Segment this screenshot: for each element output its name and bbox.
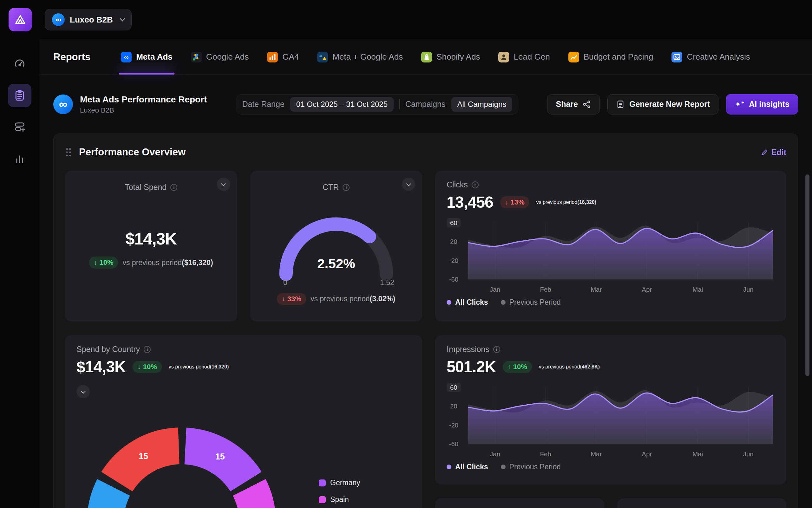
campaigns-value[interactable]: All Campaigns (451, 97, 513, 112)
campaigns-label: Campaigns (405, 99, 445, 109)
delta-badge: ↓10% (132, 361, 162, 373)
legend-item-germany[interactable]: Germany (319, 478, 360, 487)
tab-meta-google-ads[interactable]: ∞Meta + Google Ads (317, 39, 403, 75)
date-range-value[interactable]: 01 Oct 2025 – 31 Oct 2025 (290, 97, 394, 112)
svg-text:∞: ∞ (124, 54, 128, 60)
tab-label: Meta Ads (136, 52, 172, 62)
generate-report-button[interactable]: Generate New Report (607, 94, 719, 115)
tab-label: GA4 (282, 52, 299, 62)
tab-shopify-ads[interactable]: Shopify Ads (421, 39, 480, 75)
donut-legend: GermanySpain (319, 478, 360, 504)
metric-value: $14,3K (125, 229, 177, 248)
page-title: Reports (53, 51, 90, 63)
info-icon[interactable] (170, 184, 177, 191)
scrollbar[interactable] (805, 174, 809, 376)
triangle-logo-icon (14, 13, 27, 26)
card-collapse-button[interactable] (402, 178, 415, 191)
report-header: Meta Ads Performance Report Luxeo B2B Da… (39, 75, 812, 133)
svg-text:Mar: Mar (591, 286, 602, 293)
tab-label: Meta + Google Ads (332, 52, 403, 62)
chevron-down-icon (221, 181, 226, 186)
arrow-down-icon: ↓ (282, 295, 285, 303)
sidebar-item-data-sources[interactable] (8, 116, 31, 139)
tab-lead-gen[interactable]: Lead Gen (498, 39, 550, 75)
chart-legend: All ClicksPrevious Period (447, 463, 775, 471)
card-title: Total Spend (125, 183, 166, 192)
share-button[interactable]: Share (547, 94, 600, 115)
svg-text:∞: ∞ (319, 53, 323, 58)
clicks-card: Clicks 13,456 ↓13% vs previous period(16… (435, 171, 786, 322)
tab-budget-and-pacing[interactable]: Budget and Pacing (568, 39, 653, 75)
card-partial (617, 498, 786, 508)
legend-item-previous-period[interactable]: Previous Period (501, 463, 561, 471)
impressions-card: Impressions 501.2K ↑10% vs previous peri… (435, 335, 786, 484)
tab-label: Google Ads (206, 52, 249, 62)
speedometer-icon (13, 57, 26, 70)
app-root: Luxeo B2B (0, 0, 812, 508)
svg-text:Jan: Jan (490, 451, 500, 458)
date-range-label: Date Range (242, 99, 284, 109)
main-content: Reports ∞Meta AdsGoogle AdsGA4∞Meta + Go… (39, 39, 812, 508)
share-icon (582, 100, 591, 109)
google-ads-icon (191, 52, 202, 62)
ai-insights-button[interactable]: ✦✦ AI insights (726, 94, 798, 115)
tab-label: Shopify Ads (437, 52, 480, 62)
info-icon[interactable] (472, 181, 479, 188)
card-title: Impressions (447, 345, 489, 354)
comparison-text: vs previous period(16,320) (536, 200, 596, 205)
legend-item-spain[interactable]: Spain (319, 495, 360, 504)
creative-icon (672, 52, 682, 62)
legend-item-all-clicks[interactable]: All Clicks (447, 463, 488, 471)
app-logo[interactable] (8, 8, 32, 31)
card-title: Spend by Country (76, 345, 140, 354)
svg-text:-20: -20 (449, 257, 458, 264)
tab-label: Creative Analysis (687, 52, 750, 62)
arrow-down-icon: ↓ (505, 199, 509, 206)
svg-text:Apr: Apr (642, 451, 652, 458)
svg-text:Jun: Jun (743, 286, 754, 293)
sidebar-item-performance[interactable] (8, 52, 31, 76)
comparison-text: vs previous period(3.02%) (311, 295, 395, 303)
tab-ga4[interactable]: GA4 (267, 39, 299, 75)
ga4-icon (267, 52, 278, 62)
workspace-name: Luxeo B2B (70, 15, 113, 25)
delta-badge: ↑10% (503, 361, 532, 373)
legend-item-all-clicks[interactable]: All Clicks (447, 298, 488, 307)
meta-icon (52, 13, 65, 26)
svg-text:60: 60 (450, 384, 457, 391)
legend-item-previous-period[interactable]: Previous Period (501, 298, 561, 307)
active-tab-indicator (119, 73, 174, 75)
ctr-card: CTR 2.52%01.52 ↓33% vs previous period(3… (250, 171, 422, 322)
svg-text:Feb: Feb (540, 286, 551, 293)
legend-swatch-icon (319, 479, 326, 486)
performance-overview-panel: Performance Overview Edit (53, 133, 798, 508)
svg-text:-60: -60 (449, 276, 458, 283)
drag-handle-icon[interactable] (65, 147, 72, 157)
info-icon[interactable] (144, 346, 151, 353)
info-icon[interactable] (342, 184, 350, 191)
database-plus-icon (13, 121, 26, 133)
tab-creative-analysis[interactable]: Creative Analysis (672, 39, 750, 75)
card-partial (435, 498, 604, 508)
report-tabs: ∞Meta AdsGoogle AdsGA4∞Meta + Google Ads… (121, 39, 750, 75)
svg-text:Feb: Feb (540, 451, 551, 458)
svg-text:1.52: 1.52 (380, 279, 394, 286)
report-title: Meta Ads Performance Report (80, 94, 207, 105)
tab-google-ads[interactable]: Google Ads (191, 39, 249, 75)
pencil-icon (761, 149, 768, 156)
edit-button[interactable]: Edit (761, 148, 786, 157)
bar-chart-icon (13, 153, 26, 165)
meta-icon: ∞ (121, 52, 132, 62)
info-icon[interactable] (493, 346, 500, 353)
sparkles-icon: ✦✦ (735, 100, 744, 108)
tab-meta-ads[interactable]: ∞Meta Ads (121, 39, 172, 75)
svg-text:Mai: Mai (692, 286, 703, 293)
legend-dot-icon (501, 465, 505, 469)
report-icon (13, 89, 26, 102)
workspace-selector[interactable]: Luxeo B2B (45, 9, 132, 31)
clicks-area-chart: 6020-20-60JanFebMarAprMaiJun (447, 218, 775, 296)
card-collapse-button[interactable] (217, 178, 230, 191)
sidebar-item-reports[interactable] (8, 84, 31, 107)
total-spend-card: Total Spend $14,3K ↓10% vs previous peri… (65, 171, 237, 322)
sidebar-item-analytics[interactable] (8, 147, 31, 171)
